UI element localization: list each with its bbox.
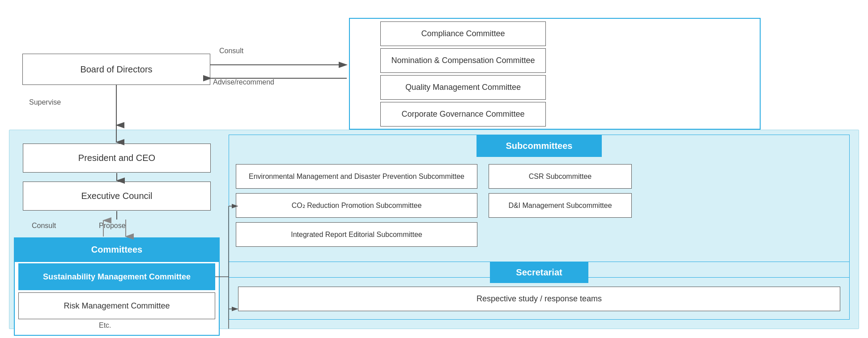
- committees-label: Committees: [91, 245, 142, 255]
- diagram-container: Board of Directors Consult Advise/recomm…: [0, 0, 868, 338]
- risk-mgmt-label: Risk Management Committee: [64, 301, 170, 311]
- di-mgmt-label: D&I Management Subcommittee: [508, 202, 612, 210]
- compliance-label: Compliance Committee: [421, 29, 505, 38]
- env-disaster-label: Environmental Management and Disaster Pr…: [249, 173, 464, 181]
- president-ceo-box: President and CEO: [23, 144, 211, 173]
- co2-label: CO₂ Reduction Promotion Subcommittee: [292, 201, 422, 210]
- corporate-governance-label: Corporate Governance Committee: [401, 110, 524, 119]
- consult-top-label: Consult: [219, 47, 243, 55]
- subcommittees-section: Subcommittees Environmental Management a…: [229, 135, 850, 278]
- env-disaster-box: Environmental Management and Disaster Pr…: [236, 164, 477, 189]
- supervise-label: Supervise: [29, 98, 61, 106]
- secretariat-box: Secretariat: [490, 262, 588, 283]
- advise-recommend-label: Advise/recommend: [213, 78, 274, 86]
- csr-box: CSR Subcommittee: [489, 164, 632, 189]
- subcommittees-label: Subcommittees: [506, 141, 573, 151]
- sustainability-mgmt-box: Sustainability Management Committee: [18, 263, 215, 290]
- executive-council-label: Executive Council: [81, 191, 153, 201]
- nomination-compensation-box: Nomination & Compensation Committee: [380, 48, 546, 73]
- compliance-committee-box: Compliance Committee: [380, 21, 546, 46]
- quality-mgmt-label: Quality Management Committee: [405, 83, 521, 92]
- risk-mgmt-box: Risk Management Committee: [18, 292, 215, 319]
- corporate-governance-box: Corporate Governance Committee: [380, 102, 546, 127]
- committees-box: Committees: [14, 237, 220, 262]
- board-of-directors-box: Board of Directors: [22, 54, 210, 85]
- co2-reduction-box: CO₂ Reduction Promotion Subcommittee: [236, 193, 477, 218]
- respective-study-box: Respective study / response teams: [238, 287, 840, 311]
- secretariat-label: Secretariat: [516, 267, 562, 278]
- di-mgmt-box: D&I Management Subcommittee: [489, 193, 632, 218]
- consult-left-label: Consult: [32, 222, 56, 230]
- respective-study-label: Respective study / response teams: [477, 294, 602, 304]
- integrated-report-label: Integrated Report Editorial Subcommittee: [291, 231, 422, 239]
- csr-label: CSR Subcommittee: [529, 173, 592, 181]
- executive-council-box: Executive Council: [23, 182, 211, 211]
- board-label: Board of Directors: [80, 64, 152, 75]
- bottom-section: President and CEO Executive Council Cons…: [9, 130, 859, 329]
- integrated-report-box: Integrated Report Editorial Subcommittee: [236, 222, 477, 247]
- nomination-label: Nomination & Compensation Committee: [391, 56, 535, 65]
- secretariat-section: Secretariat Respective study / response …: [229, 262, 850, 320]
- propose-label: Propose: [99, 222, 126, 230]
- quality-mgmt-box: Quality Management Committee: [380, 75, 546, 100]
- top-section: Board of Directors Consult Advise/recomm…: [9, 9, 859, 130]
- subcommittees-box: Subcommittees: [477, 135, 602, 157]
- sustainability-mgmt-label: Sustainability Management Committee: [43, 272, 191, 282]
- etc-label: Etc.: [99, 321, 111, 330]
- president-label: President and CEO: [78, 153, 155, 163]
